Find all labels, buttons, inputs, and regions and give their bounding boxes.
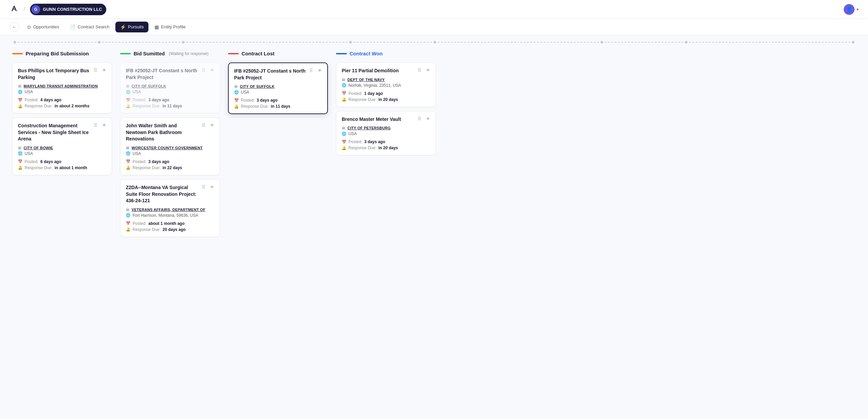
calendar-icon: 📅 [234,98,239,103]
location-icon: 🌐 [18,151,23,156]
bell-icon: 🔔 [18,165,23,170]
nav-back-button[interactable]: ← [9,22,19,32]
drag-handle-icon[interactable]: ⠿ [200,122,207,129]
calendar-icon: 📅 [126,221,131,226]
user-avatar[interactable]: 👤 [844,4,855,15]
pursuits-icon: ⚡ [120,24,126,30]
company-badge[interactable]: G GUNN CONSTRUCTION LLC [30,4,106,15]
card-actions-card-8: ⠿👁 [416,115,431,122]
drag-handle-icon[interactable]: ⠿ [200,67,207,74]
card-due-value: 20 days ago [163,227,186,232]
card-posted-value: 3 days ago [148,159,169,164]
card-location-row: 🌐USA [126,89,214,94]
drag-handle-icon[interactable]: ⠿ [200,184,207,190]
view-icon[interactable]: 👁 [209,184,216,190]
calendar-icon: 📅 [18,159,23,164]
card-card-8[interactable]: ⠿👁Brenco Master Meter Vault🏛CITY OF PETE… [336,111,436,156]
card-agency[interactable]: WORCESTER COUNTY GOVERNMENT [132,146,203,150]
card-agency-row: 🏛VETERANS AFFAIRS, DEPARTMENT OF [126,208,214,212]
progress-line-4 [269,42,348,43]
column-contract-won: Contract Won⠿👁Pier 11 Partial Demolition… [332,49,440,241]
card-due-row: 🔔Response Due:in about 1 month [18,165,106,170]
card-agency-row: 🏛CITY OF BOWIE [18,146,106,150]
card-dates: 📅Posted:3 days ago🔔Response Due:in 20 da… [342,139,430,150]
card-posted-row: 📅Posted:4 days ago [18,98,106,102]
card-location: USA [133,89,141,94]
drag-handle-icon[interactable]: ⠿ [92,67,99,74]
progress-dot-8 [852,41,855,44]
card-agency-row: 🏛WORCESTER COUNTY GOVERNMENT [126,146,214,150]
card-meta: 🏛CITY OF PETERSBURG🌐USA [342,126,430,136]
card-actions-card-7: ⠿👁 [416,67,431,74]
progress-line-8 [605,42,683,43]
card-posted-row: 📅Posted:1 day ago [342,91,430,96]
location-icon: 🌐 [234,90,239,95]
nav-item-entity-profile[interactable]: ▦ Entity Profile [150,22,190,32]
progress-dot-7 [685,41,688,44]
card-actions-card-6: ⠿👁 [308,67,323,74]
card-card-4[interactable]: ⠿👁John Walter Smith and Newtown Park Bat… [120,117,220,175]
card-card-6[interactable]: ⠿👁IFB #25052-JT Constant s North Park Pr… [228,62,328,114]
card-posted-row: 📅Posted:6 days ago [18,159,106,164]
nav-item-opportunities-label: Opportunities [33,24,59,29]
card-due-row: 🔔Response Due:20 days ago [126,227,214,232]
view-icon[interactable]: 👁 [316,67,323,74]
card-agency[interactable]: DEPT OF THE NAVY [347,78,385,82]
card-agency[interactable]: CITY OF PETERSBURG [347,126,391,130]
card-posted-value: 1 day ago [364,91,383,96]
card-agency[interactable]: VETERANS AFFAIRS, DEPARTMENT OF [132,208,205,212]
user-menu-chevron[interactable]: ▾ [857,7,859,12]
nav-item-pursuits[interactable]: ⚡ Pursuits [115,22,148,32]
view-icon[interactable]: 👁 [209,122,216,129]
card-card-2[interactable]: ⠿👁Construction Management Services - New… [12,117,112,175]
card-posted-value: 6 days ago [40,159,61,164]
view-icon[interactable]: 👁 [101,67,108,74]
drag-handle-icon[interactable]: ⠿ [308,67,314,74]
card-agency[interactable]: CITY OF SUFFOLK [240,84,275,88]
card-agency[interactable]: CITY OF BOWIE [24,146,53,150]
due-label: Response Due: [133,104,161,108]
logo[interactable] [9,4,19,15]
header-right: 👤 ▾ [844,4,859,15]
column-contract-lost: Contract Lost⠿👁IFB #25052-JT Constant s … [224,49,332,241]
bell-icon: 🔔 [126,165,131,170]
card-location-row: 🌐Norfolk, Virginia, 23511, USA [342,83,430,88]
card-due-row: 🔔Response Due:in 11 days [126,104,214,108]
card-due-row: 🔔Response Due:in about 2 months [18,104,106,108]
nav-bar: ← ⊙ Opportunities 📄 Contract Search ⚡ Pu… [0,19,868,35]
card-due-value: in 11 days [163,104,182,108]
card-location: USA [241,90,249,95]
nav-item-contract-search-label: Contract Search [78,24,109,29]
location-icon: 🌐 [126,213,131,217]
card-card-1[interactable]: ⠿👁Bus Phillips Lot Temporary Bus Parking… [12,62,112,113]
progress-arrow-3: › [769,40,770,45]
view-icon[interactable]: 👁 [209,67,216,74]
contract-search-icon: 📄 [70,24,76,30]
column-title-contract-won: Contract Won [349,51,383,56]
card-card-3[interactable]: ⠿👁IFB #25052-JT Constant s North Park Pr… [120,62,220,113]
nav-item-entity-profile-label: Entity Profile [161,24,186,29]
card-agency[interactable]: MARYLAND TRANSIT ADMINISTRATION [24,84,98,88]
card-card-5[interactable]: ⠿👁Z2DA--Montana VA Surgical Suite Floor … [120,179,220,237]
view-icon[interactable]: 👁 [101,122,108,129]
building-icon: 🏛 [18,146,22,150]
card-agency[interactable]: CITY OF SUFFOLK [132,84,166,88]
header: / G GUNN CONSTRUCTION LLC 👤 ▾ [0,0,868,19]
opportunities-icon: ⊙ [27,24,31,30]
column-preparing-bid: Preparing Bid Submission⠿👁Bus Phillips L… [8,49,116,241]
card-posted-row: 📅Posted:about 1 month ago [126,221,214,226]
nav-item-contract-search[interactable]: 📄 Contract Search [65,22,114,32]
card-meta: 🏛WORCESTER COUNTY GOVERNMENT🌐USA [126,146,214,156]
drag-handle-icon[interactable]: ⠿ [416,67,423,74]
progress-line-9 [689,42,768,43]
card-posted-row: 📅Posted:3 days ago [234,98,322,103]
drag-handle-icon[interactable]: ⠿ [416,115,423,122]
nav-item-opportunities[interactable]: ⊙ Opportunities [22,22,64,32]
card-card-7[interactable]: ⠿👁Pier 11 Partial Demolition🏛DEPT OF THE… [336,62,436,107]
view-icon[interactable]: 👁 [425,115,431,122]
card-agency-row: 🏛MARYLAND TRANSIT ADMINISTRATION [18,84,106,88]
view-icon[interactable]: 👁 [425,67,431,74]
column-bar-bid-submitted [120,53,131,54]
drag-handle-icon[interactable]: ⠿ [92,122,99,129]
card-meta: 🏛CITY OF SUFFOLK🌐USA [234,84,322,95]
